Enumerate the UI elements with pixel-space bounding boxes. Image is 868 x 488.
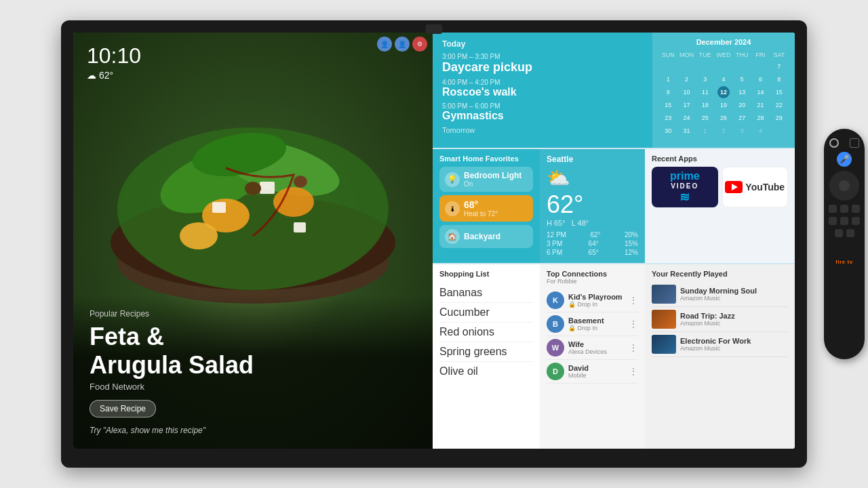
- remote-firetv-logo: fire tv: [835, 259, 852, 265]
- cal-day-next-2[interactable]: 2: [717, 125, 730, 137]
- remote-mic-button[interactable]: 🎤: [837, 152, 852, 167]
- shopping-item-red-onions[interactable]: Red onions: [439, 323, 533, 342]
- cal-day-next-3[interactable]: 3: [736, 125, 748, 137]
- event-3-time: 5:00 PM – 6:00 PM: [442, 102, 643, 110]
- cal-day-12-today[interactable]: 12: [717, 86, 730, 98]
- conn-more-basement[interactable]: ⋮: [629, 319, 638, 329]
- rp-sunday-soul[interactable]: Sunday Morning Soul Amazon Music: [652, 282, 788, 307]
- remote-menu-button[interactable]: [852, 205, 860, 213]
- weather-high-low: H 65° L 48°: [547, 219, 638, 227]
- cal-day-2[interactable]: 2: [680, 73, 692, 85]
- thermostat-device[interactable]: 🌡 68° Heat to 72°: [439, 195, 533, 222]
- cal-empty: [699, 60, 711, 73]
- cal-day-24[interactable]: 24: [680, 112, 692, 124]
- cal-day-13[interactable]: 13: [736, 86, 748, 98]
- cal-dow-tue: TUE: [696, 50, 714, 60]
- save-recipe-button[interactable]: Save Recipe: [90, 400, 156, 418]
- cal-day-27[interactable]: 27: [736, 112, 748, 124]
- cal-day-next-4[interactable]: 4: [755, 125, 767, 137]
- remote-play-button[interactable]: [840, 217, 848, 225]
- shopping-item-cucumber[interactable]: Cucumber: [439, 303, 533, 323]
- bedroom-light-device[interactable]: 💡 Bedroom Light On: [439, 167, 533, 192]
- cal-day-5[interactable]: 5: [736, 73, 748, 85]
- cal-day-15b[interactable]: 15: [662, 99, 674, 111]
- event-1-name: Daycare pickup: [442, 60, 643, 75]
- cal-day-22[interactable]: 22: [773, 99, 785, 111]
- remote-select-button[interactable]: [839, 180, 850, 191]
- cal-day-26[interactable]: 26: [717, 112, 730, 124]
- cal-day-18[interactable]: 18: [699, 99, 711, 111]
- conn-more-wife[interactable]: ⋮: [629, 342, 638, 353]
- remote-power-button[interactable]: [829, 138, 839, 148]
- youtube-logo: YouTube: [725, 181, 785, 193]
- cal-day-28[interactable]: 28: [755, 112, 767, 124]
- cal-day-30[interactable]: 30: [662, 125, 674, 137]
- weather-city: Seattle: [547, 155, 638, 164]
- cal-day-7[interactable]: 7: [773, 60, 785, 73]
- cal-day-20[interactable]: 20: [736, 99, 748, 111]
- cal-day-10[interactable]: 10: [680, 86, 692, 98]
- cal-day-25[interactable]: 25: [699, 112, 711, 124]
- conn-more-david[interactable]: ⋮: [629, 366, 638, 377]
- remote-vol-up-button[interactable]: [846, 229, 854, 237]
- cal-day-23[interactable]: 23: [662, 112, 674, 124]
- remote-rewind-button[interactable]: [829, 217, 837, 225]
- event-3[interactable]: 5:00 PM – 6:00 PM Gymnastics: [442, 102, 643, 122]
- rp-source-sunday: Amazon Music: [680, 295, 757, 302]
- connections-subtitle: For Robbie: [547, 278, 638, 285]
- remote-forward-button[interactable]: [852, 217, 860, 225]
- mini-calendar: December 2024 SUN MON TUE WED THU FRI SA…: [652, 33, 795, 148]
- tv-frame: 10:10 ☁ 62° 👤 👤 ⚙ Popular Re: [61, 20, 807, 468]
- profile-icon-2[interactable]: 👤: [395, 37, 410, 52]
- cal-day-29[interactable]: 29: [773, 112, 785, 124]
- cal-day-15[interactable]: 15: [773, 86, 785, 98]
- cal-day-6[interactable]: 6: [755, 73, 767, 85]
- cal-day-1[interactable]: 1: [662, 73, 674, 85]
- backyard-device[interactable]: 🏠 Backyard: [439, 225, 533, 248]
- cal-day-9[interactable]: 9: [662, 86, 674, 98]
- cal-day-4[interactable]: 4: [717, 73, 730, 85]
- remote-back-button[interactable]: [829, 205, 837, 213]
- cal-empty: [680, 60, 692, 73]
- shopping-item-spring-greens[interactable]: Spring greens: [439, 342, 533, 362]
- cal-day-21[interactable]: 21: [755, 99, 767, 111]
- remote-home-button[interactable]: [840, 205, 848, 213]
- rp-thumb-sunday: [652, 285, 676, 304]
- rp-electronic[interactable]: Electronic For Work Amazon Music: [652, 332, 788, 357]
- rp-road-trip[interactable]: Road Trip: Jazz Amazon Music: [652, 307, 788, 332]
- forecast-2-time: 3 PM: [547, 240, 562, 247]
- shopping-item-olive-oil[interactable]: Olive oil: [439, 362, 533, 381]
- conn-david[interactable]: D David Mobile ⋮: [547, 360, 638, 384]
- cal-day-31[interactable]: 31: [680, 125, 692, 137]
- calendar-panel: Today 3:00 PM – 3:30 PM Daycare pickup 4…: [433, 33, 652, 148]
- event-2[interactable]: 4:00 PM – 4:20 PM Roscoe's walk: [442, 79, 643, 98]
- profile-icon-1[interactable]: 👤: [377, 37, 392, 52]
- cal-day-11[interactable]: 11: [699, 86, 711, 98]
- cal-day-17[interactable]: 17: [680, 99, 692, 111]
- conn-more-kids[interactable]: ⋮: [629, 295, 638, 306]
- weather-high: H 65°: [547, 219, 566, 227]
- shopping-item-bananas[interactable]: Bananas: [439, 283, 533, 303]
- cal-day-19[interactable]: 19: [717, 99, 730, 111]
- youtube-app[interactable]: YouTube: [722, 167, 789, 207]
- cal-day-next-1[interactable]: 1: [699, 125, 711, 137]
- remote-dpad[interactable]: [829, 171, 859, 201]
- recipe-title: Feta &Arugula Salad: [90, 323, 416, 379]
- settings-icon[interactable]: ⚙: [412, 37, 427, 52]
- forecast-1-time: 12 PM: [547, 231, 566, 239]
- smart-home-title: Smart Home Favorites: [439, 155, 533, 163]
- remote-mute-button[interactable]: [850, 138, 859, 148]
- prime-video-app[interactable]: prime VIDEO ≋: [652, 167, 718, 207]
- cal-day-3[interactable]: 3: [699, 73, 711, 85]
- cal-day-8[interactable]: 8: [773, 73, 785, 85]
- alexa-hint: Try "Alexa, show me this recipe": [90, 426, 416, 435]
- rp-name-jazz: Road Trip: Jazz: [680, 312, 735, 320]
- conn-wife[interactable]: W Wife Alexa Devices ⋮: [547, 336, 638, 360]
- remote-vol-down-button[interactable]: [835, 229, 843, 237]
- event-1[interactable]: 3:00 PM – 3:30 PM Daycare pickup: [442, 53, 643, 75]
- conn-basement[interactable]: B Basement 🔒 Drop In ⋮: [547, 312, 638, 336]
- conn-kids-playroom[interactable]: K Kid's Playroom 🔒 Drop In ⋮: [547, 289, 638, 312]
- cal-day-14[interactable]: 14: [755, 86, 767, 98]
- forecast-3-time: 6 PM: [547, 249, 562, 256]
- rp-thumb-electronic: [652, 335, 676, 354]
